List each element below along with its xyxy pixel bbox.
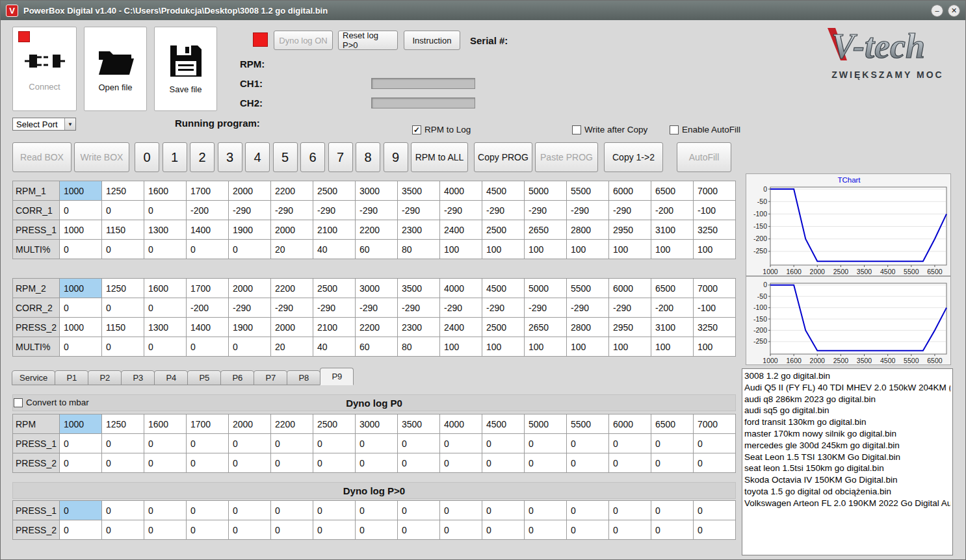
table-cell[interactable]: -290: [482, 298, 525, 318]
table-cell[interactable]: 3100: [651, 317, 694, 337]
table-cell[interactable]: 1250: [101, 278, 144, 298]
table-cell[interactable]: 1000: [59, 414, 102, 434]
table-cell[interactable]: 0: [270, 520, 313, 540]
table-cell[interactable]: 2100: [313, 220, 356, 240]
digit-button-5[interactable]: 5: [273, 142, 298, 172]
table-cell[interactable]: 60: [355, 239, 398, 259]
table-cell[interactable]: 4500: [482, 278, 525, 298]
table-cell[interactable]: 2650: [524, 317, 567, 337]
table-cell[interactable]: -100: [693, 200, 736, 220]
table-cell[interactable]: 3500: [397, 181, 440, 201]
table-cell[interactable]: 1250: [101, 414, 144, 434]
dyno-log-on-button[interactable]: Dyno log ON: [274, 31, 333, 50]
digit-button-2[interactable]: 2: [190, 142, 215, 172]
table-cell[interactable]: 0: [101, 239, 144, 259]
table-cell[interactable]: 0: [566, 500, 609, 520]
table-cell[interactable]: 5000: [524, 278, 567, 298]
enable-autofill-checkbox[interactable]: Enable AutoFill: [670, 125, 740, 134]
table-cell[interactable]: 0: [651, 433, 694, 453]
table-cell[interactable]: 5000: [524, 414, 567, 434]
table-cell[interactable]: 0: [101, 200, 144, 220]
table-cell[interactable]: 6000: [608, 414, 651, 434]
table-cell[interactable]: 0: [355, 500, 398, 520]
table-cell[interactable]: 2650: [524, 220, 567, 240]
table-cell[interactable]: 0: [144, 239, 187, 259]
table-cell[interactable]: 0: [397, 520, 440, 540]
table-cell[interactable]: -100: [693, 298, 736, 318]
table-cell[interactable]: 0: [397, 433, 440, 453]
table-cell[interactable]: 0: [101, 520, 144, 540]
file-item[interactable]: Seat Leon 1.5 TSI 130KM Go Digital.bin: [744, 452, 950, 463]
table-cell[interactable]: 4000: [439, 414, 482, 434]
table-cell[interactable]: -290: [524, 200, 567, 220]
table-cell[interactable]: 2500: [313, 181, 356, 201]
table-cell[interactable]: 7000: [693, 278, 736, 298]
table-cell[interactable]: 2200: [270, 414, 313, 434]
digit-button-3[interactable]: 3: [218, 142, 242, 172]
table-cell[interactable]: 0: [59, 500, 102, 520]
table-cell[interactable]: 4500: [482, 414, 525, 434]
table-cell[interactable]: 100: [651, 337, 694, 357]
tab-p9[interactable]: P9: [320, 368, 354, 385]
table-cell[interactable]: 0: [693, 433, 736, 453]
table-cell[interactable]: 0: [228, 453, 271, 473]
table-cell[interactable]: 1000: [59, 317, 102, 337]
table-cell[interactable]: 40: [313, 337, 356, 357]
table-cell[interactable]: 80: [397, 239, 440, 259]
table-cell[interactable]: 3000: [355, 181, 398, 201]
file-item[interactable]: toyota 1.5 go digital od obciążenia.bin: [744, 486, 950, 498]
table-cell[interactable]: 0: [186, 453, 229, 473]
file-item[interactable]: Audi Q5 II (FY FL) 40 TDI MHEV 2.0 150kW…: [744, 382, 950, 394]
table-cell[interactable]: 3000: [355, 414, 398, 434]
table-cell[interactable]: 0: [524, 500, 567, 520]
table-cell[interactable]: -290: [228, 200, 271, 220]
table-cell[interactable]: 5500: [566, 278, 609, 298]
table-cell[interactable]: 1900: [228, 317, 271, 337]
table-cell[interactable]: 0: [439, 500, 482, 520]
table-cell[interactable]: 1000: [59, 181, 102, 201]
table-cell[interactable]: 100: [482, 337, 525, 357]
table-cell[interactable]: 0: [144, 520, 187, 540]
table-cell[interactable]: 1150: [101, 317, 144, 337]
table-cell[interactable]: 0: [355, 520, 398, 540]
table-cell[interactable]: 2000: [228, 181, 271, 201]
table-cell[interactable]: 0: [186, 433, 229, 453]
file-item[interactable]: audi sq5 go digital.bin: [744, 405, 950, 416]
table-cell[interactable]: 2000: [228, 278, 271, 298]
table-cell[interactable]: 100: [524, 239, 567, 259]
table-cell[interactable]: -290: [566, 200, 609, 220]
table-cell[interactable]: -290: [608, 200, 651, 220]
table-cell[interactable]: -290: [313, 200, 356, 220]
table-cell[interactable]: 0: [651, 453, 694, 473]
table-cell[interactable]: 100: [439, 337, 482, 357]
table-cell[interactable]: 80: [397, 337, 440, 357]
digit-button-9[interactable]: 9: [384, 142, 408, 172]
table-cell[interactable]: -290: [566, 298, 609, 318]
digit-button-0[interactable]: 0: [135, 142, 159, 172]
table-cell[interactable]: 1700: [186, 414, 229, 434]
table-cell[interactable]: 0: [439, 520, 482, 540]
table-cell[interactable]: 2950: [608, 317, 651, 337]
table-cell[interactable]: 0: [101, 298, 144, 318]
table-cell[interactable]: 2300: [397, 317, 440, 337]
table-cell[interactable]: 2000: [270, 220, 313, 240]
digit-button-6[interactable]: 6: [300, 142, 325, 172]
table-cell[interactable]: 0: [228, 239, 271, 259]
table-cell[interactable]: 1600: [144, 414, 187, 434]
table-cell[interactable]: 0: [186, 239, 229, 259]
table-cell[interactable]: 3250: [693, 317, 736, 337]
table-cell[interactable]: 60: [355, 337, 398, 357]
table-cell[interactable]: 0: [101, 500, 144, 520]
table-cell[interactable]: 0: [101, 453, 144, 473]
table-cell[interactable]: 1900: [228, 220, 271, 240]
table-cell[interactable]: -290: [270, 298, 313, 318]
file-item[interactable]: mercedes gle 300d 245km go digital.bin: [744, 440, 950, 452]
table-cell[interactable]: 4000: [439, 278, 482, 298]
table-cell[interactable]: 0: [608, 520, 651, 540]
file-item[interactable]: 3008 1.2 go digital.bin: [744, 370, 950, 382]
minimize-button[interactable]: –: [931, 5, 943, 17]
table-cell[interactable]: 0: [144, 200, 187, 220]
table-cell[interactable]: 0: [355, 453, 398, 473]
tab-p6[interactable]: P6: [220, 370, 254, 385]
table-cell[interactable]: 100: [439, 239, 482, 259]
